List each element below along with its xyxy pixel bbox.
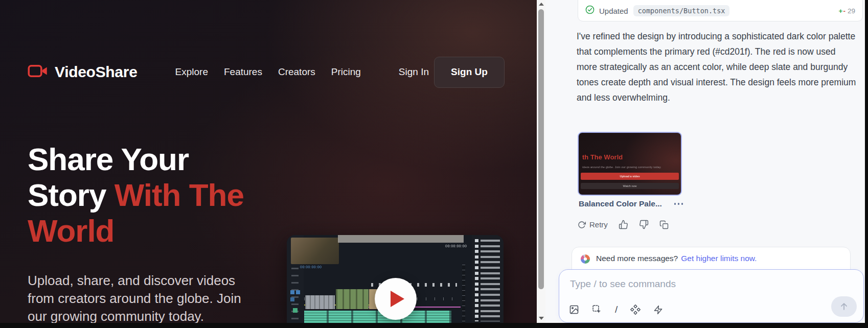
artifact-caption-row: Balanced Color Pale... [579,199,683,208]
preview-scrollbar[interactable] [537,0,545,323]
composer-placeholder[interactable]: Type / to see commands [570,278,676,290]
editor-timecode: 00:00:00:00 [300,265,322,269]
message-composer[interactable]: Type / to see commands / [559,269,864,323]
update-status-label: Updated [599,7,628,15]
select-element-button[interactable] [592,304,602,315]
thumbs-down-icon [639,220,649,229]
site-header: VideoShare Explore Features Creators Pri… [28,56,505,88]
retry-button[interactable]: Retry [578,220,608,229]
artifact-thumbnail-preview: th The World ideos around the globe. Joi… [579,133,681,195]
diff-del: - [843,7,846,15]
updated-file-path: components/Button.tsx [633,5,730,16]
usage-pie-icon [581,254,590,264]
components-button[interactable] [630,304,641,315]
editor-project-bin-list [472,235,504,323]
assistant-message: I've refined the design by introducing a… [577,29,857,105]
hero-heading: Share Your Story With The World [28,142,247,249]
diff-add: + [839,7,843,15]
play-icon [391,291,404,307]
slash-command-button[interactable]: / [615,304,618,315]
quick-actions-button[interactable] [653,305,663,315]
diff-stat: + - 29 [839,7,855,15]
brand[interactable]: VideoShare [28,63,138,81]
play-button[interactable] [375,278,417,320]
lightning-icon [653,305,663,315]
sign-in-link[interactable]: Sign In [399,66,429,78]
scroll-down-button[interactable] [537,314,545,322]
artifact-title[interactable]: Balanced Color Pale... [579,199,662,208]
arrow-up-icon [539,3,544,6]
hero-tagline: Upload, share, and discover videos from … [28,272,250,323]
nav-creators[interactable]: Creators [278,66,315,78]
image-icon [569,304,579,315]
send-arrow-icon [839,301,849,312]
editor-audio-meter [462,265,465,323]
thumb-primary-button: Upload a video [581,173,679,180]
retry-icon [578,221,586,229]
composer-toolbar: / [569,304,663,315]
file-update-row: Updated components/Button.tsx + - 29 [585,5,855,16]
retry-label: Retry [589,220,608,229]
scrollbar-thumb[interactable] [538,9,544,289]
window-right-edge [865,0,868,328]
nav-explore[interactable]: Explore [175,66,208,78]
select-element-icon [592,304,602,315]
more-options-icon[interactable] [674,203,676,205]
arrow-down-icon [539,317,544,320]
thumbs-up-button[interactable] [619,220,628,229]
chat-panel: Updated components/Button.tsx + - 29 I'v… [545,0,865,323]
editor-timeline-clip [336,289,369,309]
attach-image-button[interactable] [569,304,579,315]
editor-panel-header [338,235,464,243]
thumbs-down-button[interactable] [639,220,649,229]
hero-video-player[interactable]: 00:00:00:00 00:00:00:00 [287,235,504,323]
check-circle-icon [585,5,595,16]
site-nav: Explore Features Creators Pricing [175,66,361,78]
send-button[interactable] [831,296,857,317]
editor-preview-monitor [291,238,339,264]
nav-pricing[interactable]: Pricing [331,66,361,78]
editor-clip-swatch [290,290,294,294]
message-actions: Retry [578,220,669,229]
brand-name: VideoShare [55,63,138,81]
banner-text: Need more messages? [596,254,678,263]
copy-button[interactable] [659,220,669,229]
sign-up-button[interactable]: Sign Up [434,57,505,88]
thumb-secondary-button: Watch now [581,183,679,189]
scroll-up-button[interactable] [537,0,545,8]
get-higher-limits-link[interactable]: Get higher limits now. [681,254,757,263]
copy-icon [659,220,669,229]
editor-clip-swatch [293,308,298,313]
thumb-hero-text: th The World [582,153,623,161]
editor-timecode: 00:00:00:00 [445,244,467,248]
editor-clip-swatch [296,290,300,294]
artifact-thumbnail[interactable]: th The World ideos around the globe. Joi… [578,132,682,196]
diff-count: 29 [848,7,855,15]
thumb-tagline: ideos around the globe. Join our growing… [582,166,661,169]
app-window: VideoShare Explore Features Creators Pri… [0,0,868,328]
video-camera-icon [28,63,48,81]
editor-audio-waveform [304,311,451,323]
file-update-card[interactable]: Updated components/Button.tsx + - 29 [578,0,863,21]
nav-features[interactable]: Features [224,66,262,78]
site-preview: VideoShare Explore Features Creators Pri… [0,0,537,323]
editor-clip-swatch [290,297,294,301]
editor-timeline-clip [305,295,335,309]
components-icon [630,304,641,315]
thumbs-up-icon [619,220,628,229]
window-bottom-edge [0,323,868,328]
